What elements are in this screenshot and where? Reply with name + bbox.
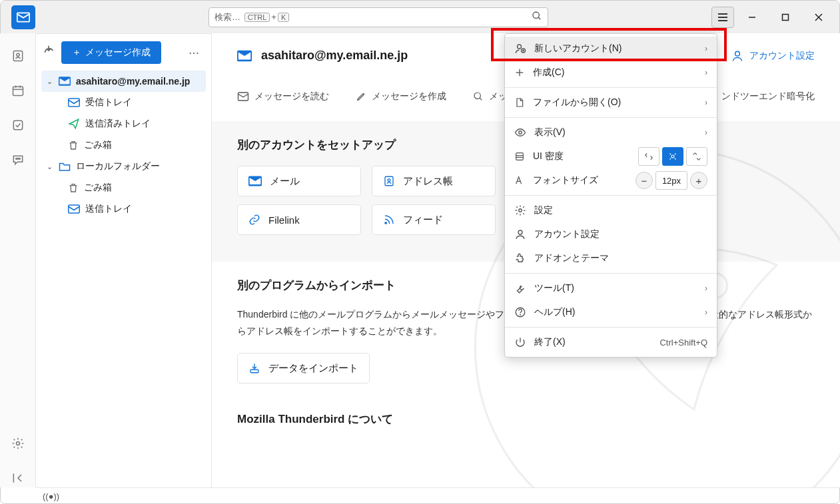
mail-account-icon [59, 77, 71, 86]
menu-addons[interactable]: アドオンとテーマ [505, 246, 717, 270]
chevron-right-icon: › [705, 98, 707, 107]
close-button[interactable] [803, 7, 834, 28]
pencil-icon [356, 91, 366, 102]
status-network-icon[interactable]: ((●)) [43, 491, 59, 501]
kbd-ctrl: CTRL [244, 13, 270, 22]
svg-point-30 [388, 179, 390, 182]
left-rail [0, 33, 36, 487]
menu-new-account[interactable]: 新しいアカウント(N)› [505, 37, 717, 61]
titlebar: 検索… CTRL + K [1, 1, 839, 34]
svg-point-10 [16, 53, 19, 56]
folder-sidebar: ＋ メッセージ作成 ⋯ ⌄ asahitaro@my.email.ne.jp 受… [36, 33, 212, 487]
menu-account-settings[interactable]: アカウント設定 [505, 222, 717, 246]
status-bar: ((●)) [36, 487, 840, 504]
svg-point-19 [16, 442, 19, 445]
sidebar-more-button[interactable]: ⋯ [183, 47, 206, 59]
power-icon [514, 336, 526, 348]
menu-tools[interactable]: ツール(T)› [505, 276, 717, 300]
svg-rect-40 [516, 153, 524, 160]
menu-help[interactable]: ヘルプ(H)› [505, 300, 717, 324]
action-compose[interactable]: メッセージを作成 [356, 91, 446, 103]
about-title: Mozilla Thunderbird について [237, 411, 815, 427]
svg-line-1 [538, 17, 540, 19]
addressbook-tab-icon[interactable] [11, 49, 25, 65]
app-menu-button[interactable] [711, 7, 734, 28]
plus-icon [514, 67, 525, 78]
mail-icon [237, 50, 252, 62]
wrench-icon [514, 282, 526, 294]
font-decrease[interactable]: − [635, 172, 653, 189]
menu-view[interactable]: 表示(V)› [505, 121, 717, 144]
new-account-icon [514, 43, 526, 55]
svg-point-16 [15, 158, 17, 160]
svg-point-25 [735, 51, 740, 56]
read-icon [237, 91, 249, 102]
chevron-right-icon: › [705, 128, 707, 137]
menu-quit[interactable]: 終了(X)Ctrl+Shift+Q [505, 330, 717, 354]
settings-tab-icon[interactable] [11, 437, 25, 453]
eye-icon [514, 128, 526, 137]
menu-settings[interactable]: 設定 [505, 198, 717, 222]
font-increase[interactable]: + [690, 172, 707, 189]
puzzle-icon [514, 252, 526, 264]
svg-point-33 [518, 45, 522, 49]
app-menu: 新しいアカウント(N)› 作成(C)› ファイルから開く(O)› 表示(V)› … [504, 33, 717, 358]
search-input[interactable]: 検索… CTRL + K [209, 7, 548, 27]
trash-icon [68, 139, 79, 151]
help-icon [514, 306, 526, 318]
folder-sent[interactable]: 送信済みトレイ [64, 113, 206, 134]
collapse-rail-icon[interactable] [11, 471, 25, 487]
search-icon [532, 11, 542, 23]
density-normal[interactable] [662, 147, 683, 166]
svg-point-0 [533, 12, 539, 18]
font-value: 12px [655, 171, 687, 190]
search-placeholder: 検索… [214, 11, 240, 23]
header-email: asahitaro@my.email.ne.jp [261, 49, 408, 63]
compose-label: メッセージ作成 [85, 47, 151, 59]
folder-icon [59, 161, 71, 172]
local-folders-root[interactable]: ⌄ ローカルフォルダー [41, 156, 206, 177]
account-settings-label: アカウント設定 [749, 50, 815, 62]
setup-feed[interactable]: フィード [372, 204, 496, 235]
maximize-button[interactable] [770, 7, 801, 28]
svg-rect-22 [69, 205, 80, 213]
kbd-k: K [278, 13, 289, 22]
chat-tab-icon[interactable] [11, 153, 25, 169]
density-compact[interactable] [638, 147, 659, 166]
folder-local-trash[interactable]: ごみ箱 [64, 177, 206, 198]
import-button[interactable]: データをインポート [237, 353, 370, 383]
chevron-right-icon: › [705, 68, 707, 77]
account-root[interactable]: ⌄ asahitaro@my.email.ne.jp [41, 71, 206, 92]
setup-filelink[interactable]: Filelink [237, 204, 361, 235]
feed-icon [383, 214, 395, 226]
action-e2e[interactable]: ンドツーエンド暗号化 [721, 91, 815, 103]
folder-outbox[interactable]: 送信トレイ [64, 198, 206, 220]
setup-addressbook[interactable]: アドレス帳 [372, 166, 496, 196]
tasks-tab-icon[interactable] [11, 119, 25, 134]
minimize-button[interactable] [737, 7, 767, 28]
chevron-right-icon: › [705, 44, 707, 53]
get-messages-icon[interactable] [41, 44, 56, 61]
action-read[interactable]: メッセージを読む [237, 91, 329, 103]
outbox-label: 送信トレイ [85, 203, 132, 215]
chevron-right-icon: › [705, 284, 707, 293]
compose-button[interactable]: ＋ メッセージ作成 [61, 41, 161, 64]
svg-point-44 [519, 209, 522, 212]
file-icon [514, 97, 525, 109]
folder-trash[interactable]: ごみ箱 [64, 134, 206, 156]
setup-mail[interactable]: メール [237, 166, 361, 196]
addressbook-icon [383, 174, 395, 188]
calendar-tab-icon[interactable] [11, 84, 25, 100]
density-touch[interactable] [686, 147, 707, 166]
inbox-label: 受信トレイ [85, 97, 132, 109]
font-icon [514, 175, 525, 186]
menu-open-file[interactable]: ファイルから開く(O)› [505, 91, 717, 115]
account-settings-link[interactable]: アカウント設定 [731, 49, 815, 63]
svg-rect-11 [13, 87, 23, 95]
svg-rect-32 [250, 370, 258, 374]
menu-create[interactable]: 作成(C)› [505, 61, 717, 85]
mail-icon [248, 176, 262, 186]
folder-inbox[interactable]: 受信トレイ [64, 92, 206, 113]
gear-icon [514, 204, 526, 216]
account-label: asahitaro@my.email.ne.jp [76, 76, 190, 87]
